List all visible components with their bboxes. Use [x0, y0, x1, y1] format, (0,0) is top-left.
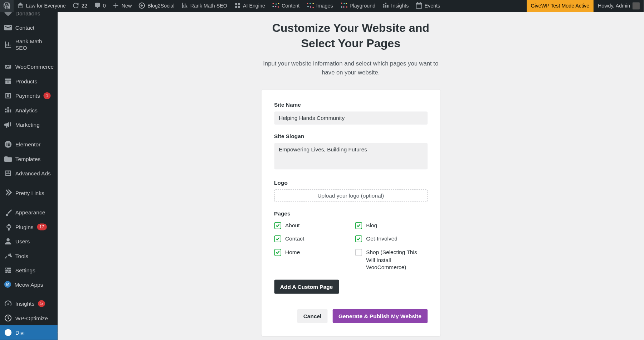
- ads-icon: [4, 170, 12, 177]
- admin-sidebar: DonationsContactRank Math SEOWooCommerce…: [0, 12, 58, 340]
- home-icon: [17, 2, 24, 10]
- adminbar-images[interactable]: Images: [303, 0, 336, 12]
- main-content: Customize Your Website and Select Your P…: [58, 12, 644, 340]
- adminbar-ai-engine-label: AI Engine: [243, 3, 265, 9]
- site-name-input[interactable]: [274, 112, 427, 125]
- adminbar-playground-label: Playground: [350, 3, 375, 9]
- sidebar-item-elementor[interactable]: Elementor: [0, 137, 58, 151]
- bars-icon: [382, 2, 389, 10]
- sidebar-item-woocommerce[interactable]: WooCommerce: [0, 60, 58, 74]
- page-check-shop[interactable]: Shop (Selecting This Will Install WooCom…: [355, 249, 427, 271]
- add-custom-page-button[interactable]: Add A Custom Page: [274, 280, 339, 293]
- mail-icon: [4, 24, 12, 31]
- sidebar-item-donations[interactable]: Donations: [0, 12, 58, 20]
- sidebar-item-divi[interactable]: Divi: [0, 325, 58, 340]
- givewp-test-mode-badge[interactable]: GiveWP Test Mode Active: [527, 0, 594, 12]
- sidebar-item-wp-optimize[interactable]: WP-Optimize: [0, 311, 58, 325]
- adminbar-insights[interactable]: Insights: [379, 0, 412, 12]
- adminbar-comments[interactable]: 0: [91, 0, 109, 12]
- page-check-label: Blog: [366, 222, 377, 229]
- adminbar-new-content-label: New: [122, 3, 132, 9]
- sidebar-item-meow-apps[interactable]: MMeow Apps: [0, 278, 58, 291]
- checkbox[interactable]: [355, 222, 362, 229]
- logo-upload[interactable]: Upload your logo (optional): [274, 189, 427, 202]
- adminbar-updates-label: 22: [82, 3, 87, 9]
- update-icon: [73, 2, 79, 10]
- page-check-label: Home: [285, 249, 300, 256]
- sidebar-item-label: WooCommerce: [15, 64, 54, 70]
- sidebar-item-label: Donations: [15, 12, 40, 16]
- adminbar-ai-engine[interactable]: AI Engine: [230, 0, 268, 12]
- page-check-contact[interactable]: Contact: [274, 235, 346, 243]
- chart-icon: [181, 2, 188, 10]
- adminbar-site-name[interactable]: Law for Everyone: [14, 0, 69, 12]
- site-slogan-label: Site Slogan: [274, 133, 427, 140]
- adminbar-content-label: Content: [282, 3, 299, 9]
- page-check-home[interactable]: Home: [274, 249, 346, 271]
- adminbar-events[interactable]: Events: [412, 0, 444, 12]
- page-check-get-involved[interactable]: Get-Involved: [355, 235, 427, 243]
- page-check-blog[interactable]: Blog: [355, 222, 427, 229]
- sidebar-item-users[interactable]: Users: [0, 234, 58, 249]
- checkbox[interactable]: [355, 249, 362, 256]
- sidebar-item-advanced-ads[interactable]: Advanced Ads: [0, 166, 58, 180]
- sidebar-item-templates[interactable]: Templates: [0, 152, 58, 166]
- folder-icon: [4, 155, 12, 162]
- b2s-icon: [138, 2, 145, 10]
- sidebar-item-label: Tools: [15, 253, 28, 259]
- adminbar-blog2social[interactable]: Blog2Social: [135, 0, 178, 12]
- cancel-button[interactable]: Cancel: [297, 309, 327, 323]
- checkbox[interactable]: [274, 222, 281, 229]
- sidebar-item-rank-math-seo[interactable]: Rank Math SEO: [0, 35, 58, 55]
- sidebar-item-label: Analytics: [15, 107, 38, 113]
- sidebar-item-payments[interactable]: Payments 1: [0, 89, 58, 103]
- site-slogan-input[interactable]: Empowering Lives, Building Futures: [274, 143, 427, 170]
- sidebar-item-products[interactable]: Products: [0, 74, 58, 88]
- adminbar-content[interactable]: Content: [268, 0, 303, 12]
- sidebar-item-marketing[interactable]: Marketing: [0, 117, 58, 132]
- sidebar-item-pretty-links[interactable]: Pretty Links: [0, 186, 58, 200]
- page-check-label: About: [285, 222, 299, 229]
- sidebar-item-appearance[interactable]: Appearance: [0, 205, 58, 220]
- wordpress-icon: [4, 2, 10, 10]
- dollar-icon: [4, 92, 12, 99]
- page-check-about[interactable]: About: [274, 222, 346, 229]
- sidebar-item-label: Templates: [15, 156, 41, 162]
- sidebar-item-label: Appearance: [15, 209, 45, 216]
- adminbar-new-content[interactable]: New: [109, 0, 135, 12]
- sidebar-item-label: WP-Optimize: [15, 315, 48, 321]
- sidebar-item-contact[interactable]: Contact: [0, 20, 58, 35]
- adminbar-playground[interactable]: Playground: [336, 0, 379, 12]
- sidebar-item-label: Products: [15, 78, 37, 84]
- sidebar-item-label: Contact: [15, 24, 34, 31]
- woo-icon: [4, 63, 12, 71]
- sidebar-item-analytics[interactable]: Analytics: [0, 103, 58, 117]
- sidebar-item-plugins[interactable]: Plugins 17: [0, 220, 58, 234]
- plus-icon: [113, 2, 119, 10]
- optimize-icon: [4, 314, 12, 322]
- adminbar-rank-math-label: Rank Math SEO: [190, 3, 227, 9]
- adminbar-wp-logo[interactable]: [0, 0, 14, 12]
- generate-publish-button[interactable]: Generate & Publish My Website: [332, 309, 427, 323]
- sidebar-item-settings[interactable]: Settings: [0, 263, 58, 277]
- sidebar-item-label: Advanced Ads: [15, 170, 51, 176]
- sidebar-item-tools[interactable]: Tools: [0, 249, 58, 263]
- heart-icon: [4, 12, 12, 17]
- sidebar-item-label: Divi: [15, 329, 25, 336]
- sidebar-item-insights[interactable]: Insights 5: [0, 296, 58, 311]
- checkbox[interactable]: [355, 236, 362, 243]
- adminbar-rank-math[interactable]: Rank Math SEO: [178, 0, 230, 12]
- adminbar-images-label: Images: [316, 3, 333, 9]
- page-check-label: Get-Involved: [366, 235, 397, 243]
- megaphone-icon: [4, 121, 12, 128]
- sidebar-item-label: Pretty Links: [15, 190, 44, 196]
- howdy-account[interactable]: Howdy, Admin: [594, 0, 644, 12]
- sidebar-item-label: Meow Apps: [14, 281, 43, 288]
- sidebar-item-label: Plugins: [15, 224, 34, 230]
- checkbox[interactable]: [274, 236, 281, 243]
- adminbar-updates[interactable]: 22: [69, 0, 91, 12]
- adminbar-site-name-label: Law for Everyone: [26, 3, 66, 9]
- checkbox[interactable]: [274, 249, 281, 256]
- divi-icon: [4, 329, 12, 336]
- customize-card: Site Name Site Slogan Empowering Lives, …: [261, 90, 440, 336]
